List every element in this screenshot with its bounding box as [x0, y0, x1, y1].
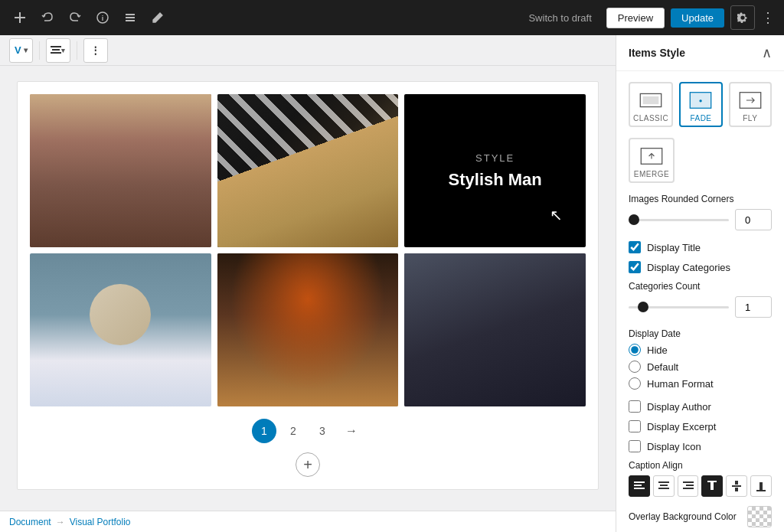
block-type-button[interactable]: V ▾ — [9, 38, 33, 63]
overlay-bg-label: Overlay Background Color — [629, 511, 737, 522]
display-date-default-row: Default — [629, 361, 772, 373]
svg-rect-9 — [643, 96, 659, 104]
categories-count-label: Categories Count — [629, 281, 772, 292]
display-author-checkbox[interactable] — [629, 400, 641, 413]
style-option-fade[interactable]: ● FADE — [679, 82, 722, 127]
page-2-button[interactable]: 2 — [281, 419, 305, 443]
svg-rect-22 — [686, 485, 694, 486]
portfolio-wrapper: STYLE Stylish Man ↖ — [0, 66, 616, 511]
style-option-classic[interactable]: CLASSIC — [629, 82, 673, 127]
toolbar-right: Switch to draft Preview Update ⋮ — [520, 5, 775, 30]
style-option-fly[interactable]: FLY — [729, 82, 772, 127]
grid-item-3-style[interactable]: STYLE Stylish Man ↖ — [404, 94, 586, 247]
display-date-human-radio[interactable] — [629, 377, 641, 390]
svg-rect-20 — [658, 488, 669, 489]
classic-label: CLASSIC — [633, 114, 668, 122]
grid-item-5[interactable] — [217, 253, 399, 406]
caption-align-label: Caption Align — [629, 460, 772, 471]
content-area: V ▾ ▾ ⋮ — [0, 35, 784, 532]
more-block-options-button[interactable]: ⋮ — [83, 38, 108, 63]
switch-draft-button[interactable]: Switch to draft — [520, 8, 599, 28]
redo-icon[interactable] — [64, 7, 86, 28]
categories-count-input[interactable] — [735, 296, 772, 318]
grid-item-4[interactable] — [30, 253, 211, 406]
breadcrumb-portfolio[interactable]: Visual Portfolio — [70, 517, 131, 527]
display-author-label: Display Author — [647, 401, 711, 413]
align-button[interactable]: ▾ — [46, 38, 70, 63]
rounded-corners-input[interactable] — [735, 209, 772, 230]
svg-rect-24 — [707, 481, 717, 482]
display-date-human-row: Human Format — [629, 377, 772, 390]
align-top-button[interactable] — [701, 475, 723, 497]
display-categories-checkbox[interactable] — [629, 261, 641, 273]
list-view-icon[interactable] — [119, 7, 141, 28]
update-button[interactable]: Update — [671, 8, 724, 28]
svg-rect-19 — [660, 485, 668, 486]
add-block-button[interactable]: + — [296, 452, 320, 477]
display-icon-checkbox[interactable] — [629, 440, 641, 452]
svg-rect-25 — [710, 482, 714, 490]
sidebar: Items Style ∧ CLASSIC — [616, 35, 784, 532]
edit-icon[interactable] — [147, 7, 168, 28]
toolbar-left: i — [9, 7, 168, 28]
info-icon[interactable]: i — [92, 7, 113, 28]
grid-item-1[interactable] — [30, 94, 211, 247]
rounded-corners-slider[interactable] — [629, 219, 729, 221]
page-3-button[interactable]: 3 — [310, 419, 335, 443]
align-center-button[interactable] — [653, 475, 675, 497]
svg-rect-26 — [735, 481, 738, 485]
rounded-corners-setting: Images Rounded Corners — [629, 194, 772, 230]
sidebar-title: Items Style — [629, 47, 685, 59]
svg-rect-30 — [756, 490, 766, 491]
add-block-icon[interactable] — [9, 7, 31, 28]
svg-rect-27 — [732, 485, 741, 487]
add-block-row: + — [30, 452, 586, 477]
block-type-dropdown-icon: ▾ — [24, 46, 28, 54]
display-categories-row[interactable]: Display Categories — [629, 261, 772, 273]
style-overlay-title: Stylish Man — [449, 170, 542, 190]
align-bottom-button[interactable] — [750, 475, 772, 497]
display-title-row[interactable]: Display Title — [629, 241, 772, 253]
svg-rect-18 — [658, 481, 669, 483]
svg-text:●: ● — [699, 97, 703, 104]
emerge-label: EMERGE — [634, 170, 669, 178]
sidebar-close-button[interactable]: ∧ — [762, 46, 772, 60]
svg-rect-5 — [51, 46, 61, 47]
svg-rect-6 — [52, 49, 60, 51]
align-right-button[interactable] — [678, 475, 699, 497]
preview-button[interactable]: Preview — [606, 8, 665, 28]
breadcrumb-document[interactable]: Document — [9, 517, 51, 527]
overlay-bg-swatch[interactable] — [747, 506, 772, 527]
style-option-emerge[interactable]: EMERGE — [629, 138, 675, 183]
more-options-button[interactable]: ⋮ — [761, 9, 775, 26]
svg-rect-16 — [634, 485, 642, 486]
classic-icon — [637, 90, 665, 111]
svg-rect-3 — [126, 17, 135, 18]
portfolio-block: STYLE Stylish Man ↖ — [17, 81, 599, 490]
align-middle-button[interactable] — [726, 475, 747, 497]
undo-icon[interactable] — [37, 7, 58, 28]
categories-count-slider-row — [629, 296, 772, 318]
settings-button[interactable] — [730, 5, 755, 30]
fly-icon — [737, 90, 764, 111]
display-excerpt-row[interactable]: Display Excerpt — [629, 420, 772, 432]
next-page-button[interactable]: → — [339, 421, 364, 441]
rounded-corners-slider-row — [629, 209, 772, 230]
display-date-default-radio[interactable] — [629, 361, 641, 373]
page-1-button[interactable]: 1 — [252, 419, 276, 443]
grid-item-6[interactable] — [404, 253, 586, 406]
display-excerpt-checkbox[interactable] — [629, 420, 641, 432]
cursor-pointer: ↖ — [550, 206, 563, 224]
fade-label: FADE — [690, 114, 711, 122]
categories-count-setting: Categories Count — [629, 281, 772, 318]
grid-item-2[interactable] — [217, 94, 399, 247]
toolbar-divider — [39, 41, 40, 60]
align-left-button[interactable] — [629, 475, 650, 497]
display-date-hide-radio[interactable] — [629, 344, 641, 356]
display-icon-row[interactable]: Display Icon — [629, 440, 772, 452]
svg-rect-15 — [634, 481, 645, 483]
fly-label: FLY — [743, 114, 757, 122]
display-author-row[interactable]: Display Author — [629, 400, 772, 413]
display-title-checkbox[interactable] — [629, 241, 641, 253]
categories-count-slider[interactable] — [629, 306, 729, 308]
